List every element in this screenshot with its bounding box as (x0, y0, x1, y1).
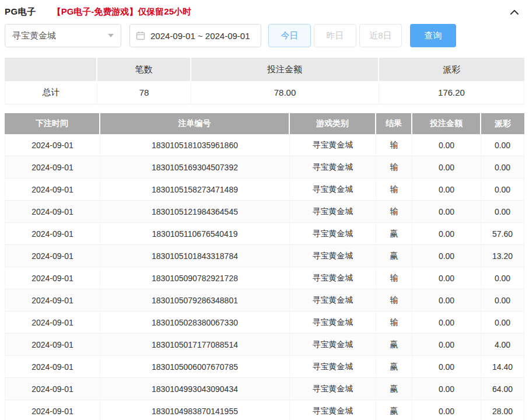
bet-amount-cell: 0.00 (412, 334, 481, 356)
summary-table: 笔数 投注金额 派彩 总计 78 78.00 176.20 (5, 58, 524, 104)
bet-time-cell: 2024-09-01 (5, 223, 100, 245)
order-id-cell: 1830105169304507392 (100, 156, 290, 178)
bet-amount-cell: 0.00 (412, 289, 481, 312)
calendar-icon (136, 31, 145, 40)
game-type-cell: 寻宝黄金城 (290, 267, 376, 289)
bet-time-cell: 2024-09-01 (5, 201, 100, 223)
filter-bar: 寻宝黄金城 2024-09-01 ~ 2024-09-01 今日昨日近8日 查询 (5, 24, 524, 47)
bet-amount-cell: 0.00 (412, 245, 481, 267)
quick-filter-group: 今日昨日近8日 (268, 24, 402, 47)
result-cell: 赢 (376, 400, 412, 420)
summary-total-label: 总计 (5, 81, 97, 104)
summary-total-bet-amount: 78.00 (191, 81, 379, 104)
col-header-game-type: 游戏类别 (290, 113, 376, 134)
result-cell: 输 (376, 178, 412, 201)
order-id-cell: 1830105110676540419 (100, 223, 290, 245)
result-cell: 赢 (376, 223, 412, 245)
table-row: 2024-09-011830104993043090434寻宝黄金城赢0.006… (5, 378, 524, 400)
bet-amount-cell: 0.00 (412, 312, 481, 334)
pg-records-panel: PG电子 【PG电子-免费游戏】仅保留25小时 寻宝黄金城 2024-09-01… (0, 0, 529, 420)
payout-cell: 0.00 (481, 178, 524, 201)
bet-time-cell: 2024-09-01 (5, 134, 100, 156)
result-cell: 赢 (376, 334, 412, 356)
summary-col-bet-amount: 投注金额 (191, 58, 379, 81)
summary-total-payout: 176.20 (379, 81, 524, 104)
bet-amount-cell: 0.00 (412, 201, 481, 223)
order-id-cell: 1830105079286348801 (100, 289, 290, 312)
bet-amount-cell: 0.00 (412, 400, 481, 420)
order-id-cell: 1830105028380067330 (100, 312, 290, 334)
search-button[interactable]: 查询 (410, 24, 456, 47)
result-cell: 输 (376, 289, 412, 312)
table-row: 2024-09-011830105121984364545寻宝黄金城输0.000… (5, 201, 524, 223)
quick-filter-today[interactable]: 今日 (268, 24, 311, 47)
date-range-input[interactable]: 2024-09-01 ~ 2024-09-01 (129, 24, 261, 47)
col-header-order-id: 注单编号 (100, 113, 290, 134)
col-header-bet-amount: 投注金额 (412, 113, 481, 134)
chevron-up-icon[interactable] (509, 8, 520, 16)
payout-cell: 0.00 (481, 289, 524, 312)
table-row: 2024-09-011830105090782921728寻宝黄金城输0.000… (5, 267, 524, 289)
bet-time-cell: 2024-09-01 (5, 312, 100, 334)
table-row: 2024-09-011830105079286348801寻宝黄金城输0.000… (5, 289, 524, 312)
summary-col-empty (5, 58, 97, 81)
table-row: 2024-09-011830105181035961860寻宝黄金城输0.000… (5, 134, 524, 156)
game-select-value: 寻宝黄金城 (12, 30, 56, 41)
result-cell: 赢 (376, 378, 412, 400)
order-id-cell: 1830105090782921728 (100, 267, 290, 289)
panel-header: PG电子 【PG电子-免费游戏】仅保留25小时 (5, 0, 524, 18)
col-header-bet-time: 下注时间 (5, 113, 100, 134)
order-id-cell: 1830104993043090434 (100, 378, 290, 400)
quick-filter-last-8-days[interactable]: 近8日 (359, 24, 402, 47)
date-range-value: 2024-09-01 ~ 2024-09-01 (150, 31, 250, 41)
order-id-cell: 1830105121984364545 (100, 201, 290, 223)
quick-filter-yesterday[interactable]: 昨日 (314, 24, 356, 47)
game-type-cell: 寻宝黄金城 (290, 356, 376, 378)
order-id-cell: 1830105101843318784 (100, 245, 290, 267)
game-type-cell: 寻宝黄金城 (290, 156, 376, 178)
table-row: 2024-09-011830105028380067330寻宝黄金城输0.000… (5, 312, 524, 334)
order-id-cell: 1830104983870141955 (100, 400, 290, 420)
table-row: 2024-09-011830104983870141955寻宝黄金城赢0.002… (5, 400, 524, 420)
summary-total-row: 总计 78 78.00 176.20 (5, 81, 524, 104)
payout-cell: 0.00 (481, 201, 524, 223)
chevron-down-icon (108, 34, 114, 37)
result-cell: 输 (376, 156, 412, 178)
bet-time-cell: 2024-09-01 (5, 178, 100, 201)
payout-cell: 0.00 (481, 134, 524, 156)
summary-col-payout: 派彩 (379, 58, 524, 81)
bet-amount-cell: 0.00 (412, 223, 481, 245)
game-type-cell: 寻宝黄金城 (290, 334, 376, 356)
game-type-cell: 寻宝黄金城 (290, 400, 376, 420)
bet-amount-cell: 0.00 (412, 178, 481, 201)
table-row: 2024-09-011830105017177088514寻宝黄金城赢0.004… (5, 334, 524, 356)
result-cell: 赢 (376, 245, 412, 267)
bet-time-cell: 2024-09-01 (5, 245, 100, 267)
table-row: 2024-09-011830105101843318784寻宝黄金城赢0.001… (5, 245, 524, 267)
payout-cell: 14.40 (481, 356, 524, 378)
game-type-cell: 寻宝黄金城 (290, 223, 376, 245)
result-cell: 输 (376, 201, 412, 223)
bet-time-cell: 2024-09-01 (5, 267, 100, 289)
result-cell: 赢 (376, 356, 412, 378)
bet-amount-cell: 0.00 (412, 356, 481, 378)
result-cell: 输 (376, 134, 412, 156)
table-row: 2024-09-011830105110676540419寻宝黄金城赢0.005… (5, 223, 524, 245)
table-row: 2024-09-011830105169304507392寻宝黄金城输0.000… (5, 156, 524, 178)
game-select[interactable]: 寻宝黄金城 (5, 24, 121, 47)
game-type-cell: 寻宝黄金城 (290, 289, 376, 312)
bet-amount-cell: 0.00 (412, 267, 481, 289)
col-header-result: 结果 (376, 113, 412, 134)
payout-cell: 64.00 (481, 378, 524, 400)
game-type-cell: 寻宝黄金城 (290, 245, 376, 267)
payout-cell: 0.00 (481, 156, 524, 178)
bet-time-cell: 2024-09-01 (5, 289, 100, 312)
payout-cell: 28.00 (481, 400, 524, 420)
bet-amount-cell: 0.00 (412, 378, 481, 400)
bet-amount-cell: 0.00 (412, 134, 481, 156)
table-row: 2024-09-011830105006007670785寻宝黄金城赢0.001… (5, 356, 524, 378)
payout-cell: 57.60 (481, 223, 524, 245)
game-type-cell: 寻宝黄金城 (290, 178, 376, 201)
order-id-cell: 1830105181035961860 (100, 134, 290, 156)
game-type-cell: 寻宝黄金城 (290, 134, 376, 156)
